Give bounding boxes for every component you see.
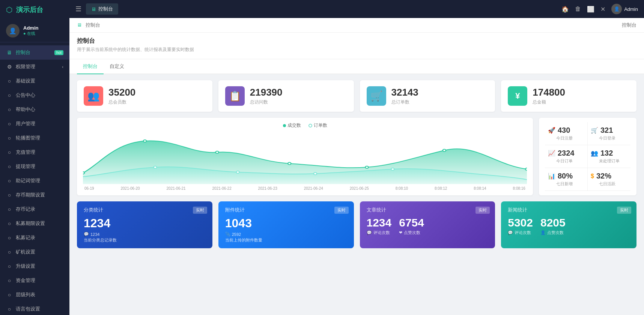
article-likes: 6754 ❤ 点赞次数 [399, 216, 424, 236]
orders-value: 32143 [391, 87, 418, 98]
sidebar-header: ⬡ 演示后台 [0, 0, 69, 20]
user-status: 在线 [23, 31, 38, 36]
hierarchy-icon: ○ [6, 292, 13, 298]
avatar-icon: 👤 [9, 27, 17, 34]
sidebar-item-permissions[interactable]: ⚙ 权限管理 ‹ [0, 60, 69, 74]
close-icon[interactable]: ✕ [600, 6, 605, 13]
sidebar-item-label: 基础设置 [16, 78, 35, 84]
home-icon[interactable]: 🏠 [561, 6, 569, 13]
sidebar-item-users[interactable]: ○ 用户管理 [0, 117, 69, 131]
sidebar-item-assets[interactable]: ○ 资金管理 [0, 273, 69, 288]
legend-item-deals: 成交数 [283, 122, 301, 129]
article-likes-label: ❤ 点赞次数 [399, 230, 424, 236]
topnav-tab-dashboard[interactable]: 🖥 控制台 [86, 3, 118, 15]
news-badge: 实时 [617, 207, 631, 214]
x-label-11: 8:08:16 [513, 186, 525, 190]
faq-icon: ○ [6, 178, 13, 184]
sidebar-item-recharge[interactable]: ○ 充值管理 [0, 145, 69, 159]
sidebar-item-label: 轮播图管理 [16, 135, 40, 141]
chevron-icon: ‹ [62, 64, 63, 69]
sidebar-item-label: 帮助中心 [16, 106, 35, 113]
bottom-card-article: 文章统计 实时 1234 💬 评论次数 6754 [360, 201, 495, 248]
sidebar-item-label: 权限管理 [16, 63, 35, 70]
sidebar-item-help[interactable]: ○ 帮助中心 [0, 102, 69, 117]
category-sub-icon: 💬 [84, 232, 89, 237]
sidebar-item-label: 用户管理 [16, 120, 35, 127]
amount-value: 174800 [533, 87, 565, 98]
person-icon: 👤 [540, 230, 546, 235]
sidebar-item-withdraw[interactable]: ○ 提现管理 [0, 159, 69, 174]
stat-card-orders: 🛒 32143 总订单数 [360, 80, 495, 112]
sidebar-item-label: 资金管理 [16, 277, 35, 284]
main-area: ☰ 🖥 控制台 🏠 🗑 ⬜ ✕ 👤 Admin 🖥 控制台 控制台 [69, 0, 644, 315]
hot-badge: hot [54, 50, 63, 55]
tabs-bar: 控制台 自定义 [69, 59, 644, 74]
delete-icon[interactable]: 🗑 [575, 6, 581, 12]
article-comments-label: 💬 评论次数 [367, 230, 392, 236]
stat-card-members: 👥 35200 总会员数 [77, 80, 212, 112]
sidebar-item-label: 存币记录 [16, 206, 35, 213]
sidebar-menu: 🖥 控制台 hot ⚙ 权限管理 ‹ ○ 基础设置 ○ 公告中心 ○ 帮助中心 … [0, 42, 69, 315]
article-stats: 1234 💬 评论次数 6754 ❤ 点赞次数 [367, 216, 489, 236]
fullscreen-icon[interactable]: ⬜ [587, 6, 594, 13]
legend-dot-deals [283, 124, 286, 127]
sidebar-item-announce[interactable]: ○ 公告中心 [0, 88, 69, 102]
today-register-value: 430 [558, 126, 570, 135]
news-likes-value: 8205 [540, 216, 566, 229]
bottom-card-attachment: 附件统计 实时 1043 📎 2592 当前上传的附件数量 [218, 201, 354, 248]
breadcrumb-left: 🖥 控制台 [77, 22, 100, 28]
sidebar-item-basic[interactable]: ○ 基础设置 [0, 74, 69, 88]
side-stat-today-orders: 📈 2324 今日订单 [545, 145, 588, 168]
7day-active-value: 32% [596, 172, 611, 180]
sidebar-item-deposit-record[interactable]: ○ 存币记录 [0, 202, 69, 216]
chart-svg [83, 132, 527, 184]
visits-label: 总访问数 [250, 99, 283, 105]
amount-label: 总金额 [533, 99, 565, 105]
sidebar-item-upgrade[interactable]: ○ 升级设置 [0, 259, 69, 273]
sidebar-item-label: 私募期限设置 [16, 220, 45, 227]
x-label-10: 8:08:14 [474, 186, 486, 190]
category-sub: 💬 1234 [84, 232, 206, 237]
sidebar-item-faq[interactable]: ○ 助记词管理 [0, 174, 69, 188]
category-value: 1234 [84, 216, 206, 230]
tab-dashboard[interactable]: 控制台 [77, 59, 104, 74]
stat-info-members: 35200 总会员数 [108, 87, 135, 105]
sidebar: ⬡ 演示后台 👤 Admin 在线 🖥 控制台 hot ⚙ 权限管理 ‹ ○ 基… [0, 0, 69, 315]
sidebar-item-label: 语言包设置 [16, 306, 40, 312]
x-label-2: 2021-06-20 [120, 186, 140, 190]
pending-orders-value: 132 [600, 149, 613, 158]
today-login-label: 今日登录 [599, 135, 627, 141]
bottom-row: 分类统计 实时 1234 💬 1234 当前分类总记录数 附件统计 实时 104… [77, 201, 636, 248]
sidebar-item-hierarchy[interactable]: ○ 层级列表 [0, 288, 69, 302]
hamburger-button[interactable]: ☰ [75, 5, 81, 13]
sidebar-item-carousel[interactable]: ○ 轮播图管理 [0, 131, 69, 145]
7day-new-label: 七日新增 [556, 181, 584, 187]
stat-info-visits: 219390 总访问数 [250, 87, 283, 105]
side-stats: 🚀 430 今日注册 🛒 321 今日登录 [539, 118, 636, 195]
basic-icon: ○ [6, 78, 13, 84]
members-label: 总会员数 [108, 99, 135, 105]
sidebar-item-dashboard[interactable]: 🖥 控制台 hot [0, 45, 69, 60]
tab-custom[interactable]: 自定义 [104, 59, 130, 74]
mining-icon: ○ [6, 249, 13, 255]
admin-avatar: 👤 [611, 4, 622, 14]
sidebar-item-label: 助记词管理 [16, 177, 40, 184]
sidebar-item-mining[interactable]: ○ 矿机设置 [0, 245, 69, 259]
chart-point [443, 149, 446, 152]
news-comments: 5302 💬 评论次数 [508, 216, 533, 236]
permissions-icon: ⚙ [6, 64, 13, 70]
dollar-icon: $ [591, 173, 594, 180]
sidebar-item-language[interactable]: ○ 语言包设置 [0, 302, 69, 315]
sidebar-item-privacy-limit[interactable]: ○ 私募期限设置 [0, 216, 69, 231]
article-likes-value: 6754 [399, 216, 424, 229]
sidebar-item-deposit-limit[interactable]: ○ 存币期限设置 [0, 188, 69, 202]
x-label-9: 8:08:12 [435, 186, 447, 190]
news-likes: 8205 👤 点赞次数 [540, 216, 566, 236]
sidebar-item-label: 控制台 [16, 49, 30, 56]
article-comments: 1234 💬 评论次数 [367, 216, 392, 236]
users-icon: ○ [6, 121, 13, 127]
admin-menu[interactable]: 👤 Admin [611, 4, 638, 14]
news-likes-label: 👤 点赞次数 [540, 230, 566, 236]
middle-row: 成交数 订单数 [77, 118, 636, 195]
sidebar-item-privacy-record[interactable]: ○ 私募记录 [0, 231, 69, 245]
